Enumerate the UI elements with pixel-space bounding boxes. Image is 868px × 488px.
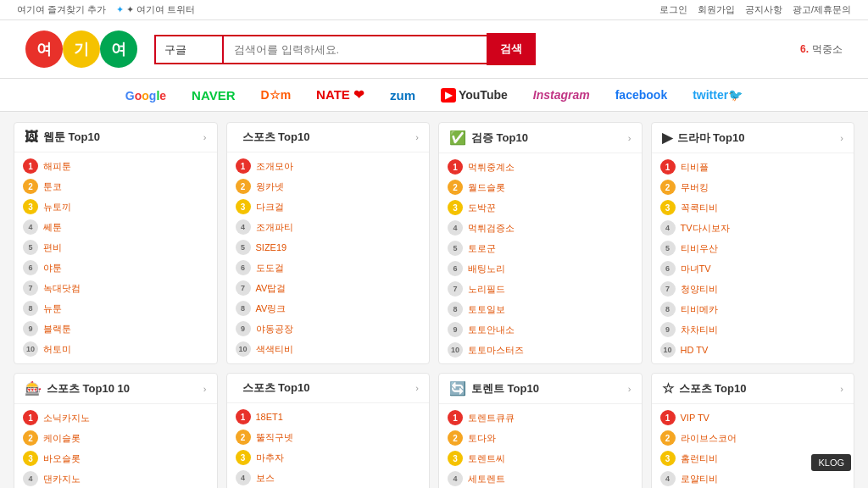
category-header-drama[interactable]: ▶드라마 Top10›	[652, 123, 854, 153]
list-item[interactable]: 2토다와	[439, 428, 642, 448]
list-item[interactable]: 7노리필드	[439, 279, 642, 299]
site-facebook[interactable]: facebook	[615, 88, 667, 102]
list-item[interactable]: 10허토미	[14, 339, 217, 359]
site-zum[interactable]: zum	[390, 88, 415, 103]
list-item[interactable]: 10HD TV	[652, 340, 854, 360]
top-nav-left: 여기여 즐겨찾기 추가 ✦ ✦ 여기여 트위터	[17, 3, 195, 16]
notice-link[interactable]: 공지사항	[745, 3, 782, 16]
list-item[interactable]: 9차차티비	[652, 319, 854, 340]
list-item[interactable]: 5토로군	[439, 238, 642, 258]
list-item[interactable]: 2무버킹	[652, 177, 854, 197]
list-item[interactable]: 6야툰	[14, 258, 217, 278]
category-header-sports1[interactable]: 스포츠 Top10›	[227, 123, 430, 152]
site-instagram[interactable]: Instagram	[533, 88, 590, 102]
category-header-sports3[interactable]: 스포츠 Top10›	[227, 374, 430, 403]
list-item[interactable]: 118ET1	[227, 407, 430, 427]
category-icon-sports2: 🎰	[25, 380, 42, 396]
list-item[interactable]: 4보스	[227, 468, 430, 488]
list-item[interactable]: 1조개모아	[227, 156, 430, 176]
list-item[interactable]: 3뉴토끼	[14, 197, 217, 217]
list-item[interactable]: 4로얄티비	[652, 469, 854, 488]
category-arrow-sports1[interactable]: ›	[415, 132, 419, 142]
search-button[interactable]: 검색	[487, 33, 536, 65]
list-item[interactable]: 8티비메카	[652, 299, 854, 319]
category-arrow-sports4[interactable]: ›	[840, 384, 843, 394]
rank-badge: 6	[448, 261, 463, 276]
category-arrow-sports2[interactable]: ›	[203, 384, 207, 394]
list-item[interactable]: 6마녀TV	[652, 258, 854, 279]
list-item[interactable]: 3토렌트씨	[439, 448, 642, 469]
list-item[interactable]: 7청양티비	[652, 279, 854, 299]
list-item[interactable]: 1먹튀중계소	[439, 157, 642, 177]
logo[interactable]: 여 기 여	[25, 30, 137, 68]
list-item[interactable]: 3마추자	[227, 447, 430, 468]
search-input[interactable]	[222, 35, 487, 64]
list-item[interactable]: 2케이슬롯	[14, 428, 217, 448]
category-arrow-webtoon[interactable]: ›	[203, 132, 207, 142]
rank-badge: 6	[660, 261, 676, 276]
list-item[interactable]: 2뚤직구넷	[227, 427, 430, 447]
list-item[interactable]: 2월드슬롯	[439, 177, 642, 197]
category-arrow-drama[interactable]: ›	[840, 133, 843, 143]
category-icon-sports4: ☆	[662, 380, 674, 396]
site-youtube[interactable]: ▶ YouTube	[441, 88, 508, 103]
list-item[interactable]: 2윙카넷	[227, 176, 430, 197]
site-naver[interactable]: NAVER	[192, 88, 235, 103]
site-google[interactable]: Google	[125, 88, 166, 103]
list-item[interactable]: 5편비	[14, 237, 217, 258]
site-daum[interactable]: D☆m	[261, 88, 292, 102]
list-item[interactable]: 10색색티비	[227, 339, 430, 359]
category-arrow-torrent[interactable]: ›	[628, 384, 632, 394]
list-item[interactable]: 4먹튀검증소	[439, 218, 642, 238]
category-header-sports4[interactable]: ☆스포츠 Top10›	[652, 374, 854, 404]
rank-name: 색색티비	[256, 343, 293, 356]
list-item[interactable]: 7녹대닷컴	[14, 278, 217, 298]
rank-badge: 1	[23, 410, 38, 425]
login-link[interactable]: 로그인	[659, 3, 687, 16]
list-item[interactable]: 1해피툰	[14, 156, 217, 176]
list-item[interactable]: 9토토안내소	[439, 319, 642, 340]
search-engine-select[interactable]: 구글 네이버 다음	[154, 35, 222, 64]
list-item[interactable]: 7AV탑걸	[227, 278, 430, 298]
site-nate[interactable]: NATE ❤	[316, 87, 364, 103]
twitter-link[interactable]: ✦ ✦ 여기여 트위터	[116, 3, 195, 16]
list-item[interactable]: 5티비우산	[652, 238, 854, 258]
list-item[interactable]: 4댄카지노	[14, 469, 217, 488]
category-header-sports2[interactable]: 🎰스포츠 Top10 10›	[14, 374, 217, 404]
list-item[interactable]: 1소닉카지노	[14, 408, 217, 428]
list-item[interactable]: 6도도걸	[227, 258, 430, 278]
rank-name: 뉴툰	[43, 302, 62, 315]
category-arrow-sports3[interactable]: ›	[415, 383, 419, 393]
list-item[interactable]: 4조개파티	[227, 217, 430, 237]
list-item[interactable]: 2라이브스코어	[652, 428, 854, 448]
rank-name: 토다와	[468, 432, 496, 445]
category-header-verification[interactable]: ✅검증 Top10›	[439, 123, 642, 153]
list-item[interactable]: 8AV링크	[227, 298, 430, 319]
category-arrow-verification[interactable]: ›	[628, 133, 632, 143]
add-bookmark-link[interactable]: 여기여 즐겨찾기 추가	[17, 3, 106, 16]
list-item[interactable]: 8토토일보	[439, 299, 642, 319]
list-item[interactable]: 1티비플	[652, 157, 854, 177]
list-item[interactable]: 1토렌트큐큐	[439, 408, 642, 428]
list-item[interactable]: 3바오슬롯	[14, 448, 217, 469]
list-item[interactable]: 9야동공장	[227, 319, 430, 339]
list-item[interactable]: 9블랙툰	[14, 319, 217, 339]
list-item[interactable]: 1VIP TV	[652, 408, 854, 428]
category-header-webtoon[interactable]: 🖼웹툰 Top10›	[14, 123, 217, 152]
list-item[interactable]: 10토토마스터즈	[439, 340, 642, 360]
list-item[interactable]: 4TV다시보자	[652, 218, 854, 238]
list-item[interactable]: 3꼭콕티비	[652, 197, 854, 218]
list-item[interactable]: 6배팅노리	[439, 258, 642, 279]
list-item[interactable]: 3도박꾼	[439, 197, 642, 218]
category-header-torrent[interactable]: 🔄토렌트 Top10›	[439, 374, 642, 404]
list-item[interactable]: 8뉴툰	[14, 298, 217, 319]
list-item[interactable]: 4세토렌트	[439, 469, 642, 488]
signup-link[interactable]: 회원가입	[698, 3, 735, 16]
site-twitter[interactable]: twitter🐦	[693, 88, 743, 102]
category-box-sports3: 스포츠 Top10›118ET12뚤직구넷3마추자4보스5소미더넷	[226, 373, 431, 488]
ad-inquiry-link[interactable]: 광고/제휴문의	[793, 3, 851, 16]
list-item[interactable]: 4쎄툰	[14, 217, 217, 237]
list-item[interactable]: 2툰코	[14, 176, 217, 197]
list-item[interactable]: 3다크걸	[227, 197, 430, 217]
list-item[interactable]: 5SIZE19	[227, 237, 430, 258]
